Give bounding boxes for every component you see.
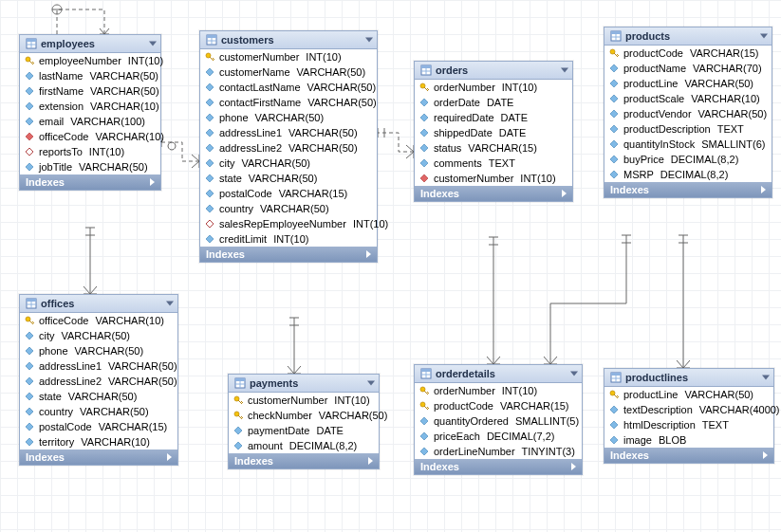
indexes-section[interactable]: Indexes [604, 182, 772, 197]
table-header[interactable]: products [604, 28, 772, 46]
expand-icon[interactable] [571, 463, 576, 470]
column-row[interactable]: orderNumberINT(10) [415, 80, 572, 95]
expand-icon[interactable] [366, 250, 371, 258]
column-row[interactable]: postalCodeVARCHAR(15) [20, 419, 177, 434]
column-row[interactable]: MSRPDECIMAL(8,2) [604, 167, 772, 182]
column-row[interactable]: extensionVARCHAR(10) [20, 99, 160, 114]
column-row[interactable]: quantityInStockSMALLINT(6) [604, 137, 772, 152]
column-row[interactable]: paymentDateDATE [229, 423, 379, 438]
collapse-icon[interactable] [561, 68, 568, 73]
column-row[interactable]: customerNameVARCHAR(50) [200, 64, 377, 80]
column-row[interactable]: orderDateDATE [415, 95, 572, 110]
collapse-icon[interactable] [166, 302, 174, 306]
indexes-section[interactable]: Indexes [229, 453, 379, 468]
expand-icon[interactable] [761, 186, 766, 193]
column-row[interactable]: priceEachDECIMAL(7,2) [415, 429, 582, 444]
table-orders[interactable]: ordersorderNumberINT(10)orderDateDATEreq… [414, 61, 573, 202]
column-row[interactable]: statusVARCHAR(15) [415, 140, 572, 156]
table-header[interactable]: orderdetails [415, 365, 582, 383]
column-row[interactable]: stateVARCHAR(50) [200, 171, 377, 186]
table-header[interactable]: orders [415, 62, 572, 80]
collapse-icon[interactable] [760, 34, 768, 39]
svg-marker-17 [26, 332, 33, 339]
column-row[interactable]: productLineVARCHAR(50) [604, 76, 772, 91]
column-row[interactable]: officeCodeVARCHAR(10) [20, 129, 160, 144]
table-offices[interactable]: officesofficeCodeVARCHAR(10)cityVARCHAR(… [19, 294, 178, 466]
column-row[interactable]: orderNumberINT(10) [415, 383, 582, 398]
column-row[interactable]: addressLine2VARCHAR(50) [20, 374, 177, 389]
column-row[interactable]: commentsTEXT [415, 156, 572, 171]
column-row[interactable]: stateVARCHAR(50) [20, 389, 177, 404]
column-row[interactable]: reportsToINT(10) [20, 144, 160, 159]
expand-icon[interactable] [562, 190, 567, 197]
column-row[interactable]: phoneVARCHAR(50) [20, 343, 177, 358]
column-row[interactable]: productCodeVARCHAR(15) [415, 398, 582, 413]
column-row[interactable]: htmlDescriptionTEXT [604, 417, 773, 432]
column-row[interactable]: productVendorVARCHAR(50) [604, 106, 772, 121]
table-header[interactable]: offices [20, 295, 177, 313]
table-productlines[interactable]: productlinesproductLineVARCHAR(50)textDe… [604, 368, 774, 464]
column-row[interactable]: salesRepEmployeeNumberINT(10) [200, 216, 377, 231]
column-row[interactable]: requiredDateDATE [415, 110, 572, 125]
indexes-section[interactable]: Indexes [604, 448, 773, 463]
column-row[interactable]: phoneVARCHAR(50) [200, 110, 377, 125]
column-row[interactable]: textDescriptionVARCHAR(4000) [604, 402, 773, 417]
collapse-icon[interactable] [762, 376, 770, 380]
column-row[interactable]: creditLimitINT(10) [200, 231, 377, 247]
collapse-icon[interactable] [570, 372, 578, 376]
column-row[interactable]: postalCodeVARCHAR(15) [200, 186, 377, 201]
column-row[interactable]: productNameVARCHAR(70) [604, 61, 772, 76]
column-row[interactable]: addressLine1VARCHAR(50) [20, 358, 177, 374]
table-employees[interactable]: employeesemployeeNumberINT(10)lastNameVA… [19, 34, 161, 191]
indexes-section[interactable]: Indexes [415, 186, 572, 201]
column-row[interactable]: productLineVARCHAR(50) [604, 387, 773, 402]
column-row[interactable]: cityVARCHAR(50) [200, 156, 377, 171]
column-row[interactable]: productScaleVARCHAR(10) [604, 91, 772, 106]
table-orderdetails[interactable]: orderdetailsorderNumberINT(10)productCod… [414, 364, 583, 475]
column-row[interactable]: employeeNumberINT(10) [20, 53, 160, 68]
table-header[interactable]: payments [229, 375, 379, 393]
indexes-section[interactable]: Indexes [415, 459, 582, 474]
column-row[interactable]: contactFirstNameVARCHAR(50) [200, 95, 377, 110]
table-header[interactable]: customers [200, 31, 377, 49]
table-products[interactable]: productsproductCodeVARCHAR(15)productNam… [604, 27, 772, 198]
column-row[interactable]: countryVARCHAR(50) [20, 404, 177, 419]
column-row[interactable]: lastNameVARCHAR(50) [20, 68, 160, 83]
table-header[interactable]: employees [20, 35, 160, 53]
indexes-section[interactable]: Indexes [200, 247, 377, 262]
expand-icon[interactable] [368, 457, 373, 465]
column-row[interactable]: productCodeVARCHAR(15) [604, 46, 772, 61]
collapse-icon[interactable] [365, 38, 373, 43]
column-row[interactable]: customerNumberINT(10) [229, 393, 379, 408]
column-row[interactable]: buyPriceDECIMAL(8,2) [604, 152, 772, 167]
expand-icon[interactable] [167, 453, 172, 461]
column-row[interactable]: contactLastNameVARCHAR(50) [200, 80, 377, 95]
column-row[interactable]: imageBLOB [604, 432, 773, 448]
expand-icon[interactable] [763, 451, 768, 459]
column-row[interactable]: customerNumberINT(10) [415, 171, 572, 186]
column-row[interactable]: orderLineNumberTINYINT(3) [415, 444, 582, 459]
indexes-section[interactable]: Indexes [20, 174, 160, 190]
column-row[interactable]: countryVARCHAR(50) [200, 201, 377, 216]
table-header[interactable]: productlines [604, 369, 773, 387]
column-row[interactable]: cityVARCHAR(50) [20, 328, 177, 343]
column-row[interactable]: checkNumberVARCHAR(50) [229, 408, 379, 423]
table-customers[interactable]: customerscustomerNumberINT(10)customerNa… [199, 30, 378, 263]
column-row[interactable]: shippedDateDATE [415, 125, 572, 140]
column-row[interactable]: productDescriptionTEXT [604, 121, 772, 137]
column-row[interactable]: territoryVARCHAR(10) [20, 434, 177, 449]
column-row[interactable]: customerNumberINT(10) [200, 49, 377, 64]
column-row[interactable]: officeCodeVARCHAR(10) [20, 313, 177, 328]
expand-icon[interactable] [150, 178, 155, 186]
column-row[interactable]: quantityOrderedSMALLINT(5) [415, 413, 582, 429]
column-row[interactable]: emailVARCHAR(100) [20, 114, 160, 129]
column-row[interactable]: addressLine2VARCHAR(50) [200, 140, 377, 156]
collapse-icon[interactable] [149, 42, 157, 46]
indexes-section[interactable]: Indexes [20, 449, 177, 465]
table-payments[interactable]: paymentscustomerNumberINT(10)checkNumber… [228, 374, 380, 469]
column-row[interactable]: firstNameVARCHAR(50) [20, 83, 160, 99]
column-row[interactable]: jobTitleVARCHAR(50) [20, 159, 160, 174]
column-row[interactable]: addressLine1VARCHAR(50) [200, 125, 377, 140]
collapse-icon[interactable] [367, 381, 375, 386]
column-row[interactable]: amountDECIMAL(8,2) [229, 438, 379, 453]
